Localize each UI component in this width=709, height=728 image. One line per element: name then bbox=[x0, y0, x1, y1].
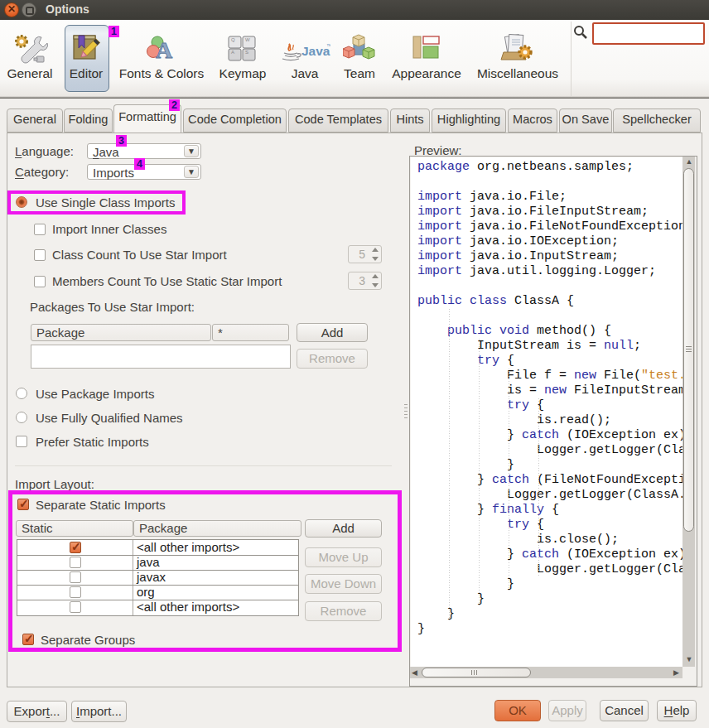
svg-text:Q: Q bbox=[231, 37, 235, 42]
svg-text:W: W bbox=[245, 37, 250, 42]
svg-text:A: A bbox=[156, 37, 173, 63]
svg-text:S: S bbox=[245, 50, 248, 55]
svg-text:A: A bbox=[231, 50, 234, 55]
svg-text:™: ™ bbox=[326, 43, 330, 49]
